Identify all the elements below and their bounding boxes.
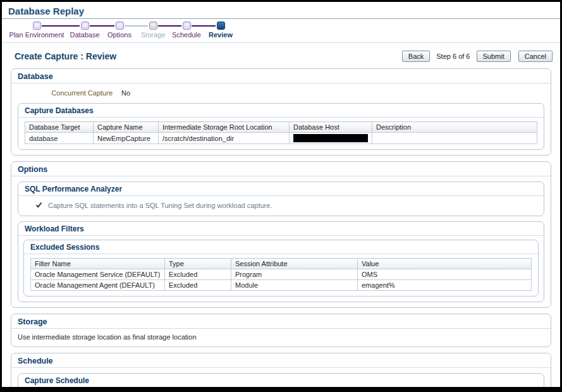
storage-text: Use intermediate storage location as fin… xyxy=(11,329,551,341)
cell-capture-name: NewEmpCapture xyxy=(94,133,159,144)
cell-value: emagent% xyxy=(358,280,532,291)
column-header: Capture Name xyxy=(94,122,159,133)
concurrent-capture-label: Concurrent Capture xyxy=(11,89,113,97)
table-row: database NewEmpCapture /scratch/destinat… xyxy=(25,133,537,144)
capture-databases-box: Capture Databases Database Target Captur… xyxy=(18,103,544,150)
storage-section-title: Storage xyxy=(11,314,551,329)
spa-title: SQL Performance Analyzer xyxy=(18,182,544,196)
excluded-sessions-box: Excluded Sessions Filter Name Type Sessi… xyxy=(23,240,539,297)
cell-database-host xyxy=(290,133,372,144)
page-title: Create Capture : Review xyxy=(15,51,116,61)
storage-section: Storage Use intermediate storage locatio… xyxy=(11,314,551,347)
cell-session-attribute: Module xyxy=(231,280,358,291)
concurrent-capture-value: No xyxy=(121,89,130,97)
excluded-sessions-title: Excluded Sessions xyxy=(24,240,538,254)
cell-type: Excluded xyxy=(165,280,231,291)
capture-sql-checkbox[interactable] xyxy=(35,201,43,209)
capture-sql-checkbox-row: Capture SQL statements into a SQL Tuning… xyxy=(18,196,544,212)
workload-filters-title: Workload Filters xyxy=(18,222,544,236)
cell-description xyxy=(372,133,537,144)
sql-performance-analyzer-box: SQL Performance Analyzer Capture SQL sta… xyxy=(18,181,544,216)
capture-schedule-title: Capture Schedule xyxy=(18,374,544,387)
options-section: Options SQL Performance Analyzer Capture… xyxy=(11,161,551,308)
excluded-sessions-table: Filter Name Type Session Attribute Value… xyxy=(30,258,532,291)
action-row: Create Capture : Review Back Step 6 of 6… xyxy=(2,43,560,68)
step-label: Review xyxy=(183,31,259,39)
schedule-section-title: Schedule xyxy=(11,353,551,368)
column-header: Value xyxy=(358,259,532,269)
capture-schedule-box: Capture Schedule Start Immediately Durat… xyxy=(18,373,544,387)
submit-button[interactable]: Submit xyxy=(477,51,511,62)
capture-databases-title: Capture Databases xyxy=(18,104,544,118)
step-icon-plan-environment xyxy=(33,21,41,30)
cell-session-attribute: Program xyxy=(231,269,358,280)
cancel-button[interactable]: Cancel xyxy=(518,51,553,62)
app-header: Database Replay xyxy=(2,2,560,19)
redacted-database-host xyxy=(293,134,368,142)
table-row: Oracle Management Service (DEFAULT) Excl… xyxy=(31,269,532,280)
cell-storage-location: /scratch/destination_dir xyxy=(159,133,290,144)
database-section: Database Concurrent Capture No Capture D… xyxy=(11,68,551,156)
capture-databases-table: Database Target Capture Name Intermediat… xyxy=(25,121,537,144)
step-indicator: Step 6 of 6 xyxy=(434,52,472,60)
workload-filters-box: Workload Filters Excluded Sessions Filte… xyxy=(18,221,544,302)
cell-filter-name: Oracle Management Service (DEFAULT) xyxy=(31,269,165,280)
concurrent-capture-row: Concurrent Capture No xyxy=(11,83,551,103)
cell-database-target: database xyxy=(25,133,94,144)
train-step-review[interactable]: Review xyxy=(183,19,259,39)
database-replay-page: Database Replay Plan Environment Databas… xyxy=(2,2,560,387)
column-header: Database Target xyxy=(25,122,94,133)
capture-sql-checkbox-label: Capture SQL statements into a SQL Tuning… xyxy=(48,202,272,209)
schedule-section: Schedule Capture Schedule Start Immediat… xyxy=(11,353,551,387)
table-row: Oracle Management Agent (DEFAULT) Exclud… xyxy=(31,280,532,291)
options-section-title: Options xyxy=(11,162,551,176)
window-frame: Database Replay Plan Environment Databas… xyxy=(0,0,562,392)
cell-filter-name: Oracle Management Agent (DEFAULT) xyxy=(31,280,165,291)
column-header: Description xyxy=(372,122,537,133)
column-header: Session Attribute xyxy=(231,259,358,269)
database-section-title: Database xyxy=(11,69,551,83)
step-icon-review xyxy=(217,21,225,30)
back-button[interactable]: Back xyxy=(402,51,430,62)
column-header: Filter Name xyxy=(31,259,165,269)
cell-type: Excluded xyxy=(165,269,231,280)
column-header: Intermediate Storage Root Location xyxy=(159,122,290,133)
column-header: Type xyxy=(165,259,231,269)
cell-value: OMS xyxy=(358,269,532,280)
column-header: Database Host xyxy=(290,122,372,133)
wizard-train: Plan Environment Database Options Storag… xyxy=(2,19,560,43)
app-title: Database Replay xyxy=(8,6,84,16)
